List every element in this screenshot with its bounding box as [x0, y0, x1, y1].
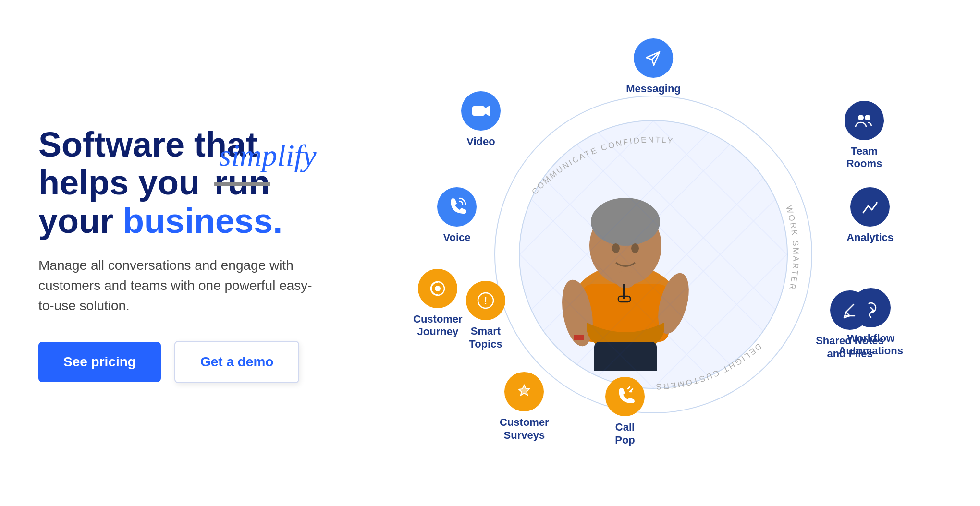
headline-business: business. [123, 202, 282, 240]
svg-point-31 [865, 115, 870, 120]
feature-node-team-rooms: TeamRooms [845, 101, 884, 170]
right-diagram: COMMUNICATE CONFIDENTLY WORK SMARTER DEL… [365, 29, 942, 480]
call-pop-icon [605, 377, 645, 416]
svg-line-0 [653, 121, 787, 254]
diagram-container: COMMUNICATE CONFIDENTLY WORK SMARTER DEL… [452, 53, 855, 456]
analytics-icon [850, 187, 890, 227]
simplify-wrap: simplify run [214, 164, 270, 202]
main-headline: Software that helps you simplify run you… [38, 126, 346, 240]
team-rooms-label: TeamRooms [846, 145, 882, 170]
left-content: Software that helps you simplify run you… [38, 126, 365, 383]
smart-topics-label: SmartTopics [469, 325, 502, 350]
svg-line-9 [520, 121, 754, 355]
handwritten-simplify: simplify [219, 139, 317, 172]
feature-node-call-pop: CallPop [605, 377, 645, 446]
shared-notes-icon [830, 290, 870, 330]
see-pricing-button[interactable]: See pricing [38, 342, 161, 382]
video-icon [461, 91, 501, 131]
svg-line-2 [520, 254, 653, 388]
feature-node-customer-journey: CustomerJourney [413, 269, 463, 338]
feature-node-video: Video [461, 91, 501, 148]
customer-journey-label: CustomerJourney [413, 313, 463, 338]
svg-line-5 [520, 121, 720, 321]
feature-node-messaging: Messaging [626, 38, 681, 95]
feature-node-analytics: Analytics [846, 187, 894, 244]
cta-buttons: See pricing Get a demo [38, 341, 346, 383]
feature-node-customer-surveys: CustomerSurveys [500, 372, 549, 442]
svg-line-3 [653, 254, 787, 388]
messaging-icon [634, 38, 673, 78]
page-container: Software that helps you simplify run you… [0, 0, 980, 506]
svg-rect-32 [472, 106, 485, 116]
headline-line2: helps you simplify run [38, 163, 270, 202]
messaging-label: Messaging [626, 83, 681, 95]
svg-line-6 [520, 188, 720, 388]
svg-line-4 [587, 121, 787, 321]
customer-surveys-icon [504, 372, 544, 411]
analytics-label: Analytics [846, 231, 894, 244]
customer-surveys-label: CustomerSurveys [500, 416, 549, 442]
svg-line-7 [587, 188, 787, 388]
svg-text:!: ! [484, 295, 487, 307]
shared-notes-label: Shared Notesand Files [816, 335, 884, 360]
voice-label: Voice [443, 231, 470, 244]
team-rooms-icon [845, 101, 884, 140]
svg-line-8 [553, 121, 787, 355]
video-label: Video [466, 135, 495, 148]
svg-line-10 [520, 155, 754, 388]
smart-topics-icon: ! [466, 281, 505, 320]
get-demo-button[interactable]: Get a demo [174, 341, 299, 383]
svg-line-11 [553, 155, 787, 388]
svg-line-1 [520, 121, 653, 254]
feature-node-voice: Voice [437, 187, 477, 244]
center-circle [519, 120, 788, 389]
feature-node-smart-topics: ! SmartTopics [466, 281, 505, 350]
feature-node-shared-notes: Shared Notesand Files [816, 290, 884, 360]
headline-line3: your business. [38, 202, 282, 240]
svg-point-30 [858, 115, 864, 120]
voice-icon [437, 187, 477, 227]
customer-journey-icon [418, 269, 457, 308]
call-pop-label: CallPop [615, 421, 635, 446]
subheadline: Manage all conversations and engage with… [38, 255, 317, 316]
